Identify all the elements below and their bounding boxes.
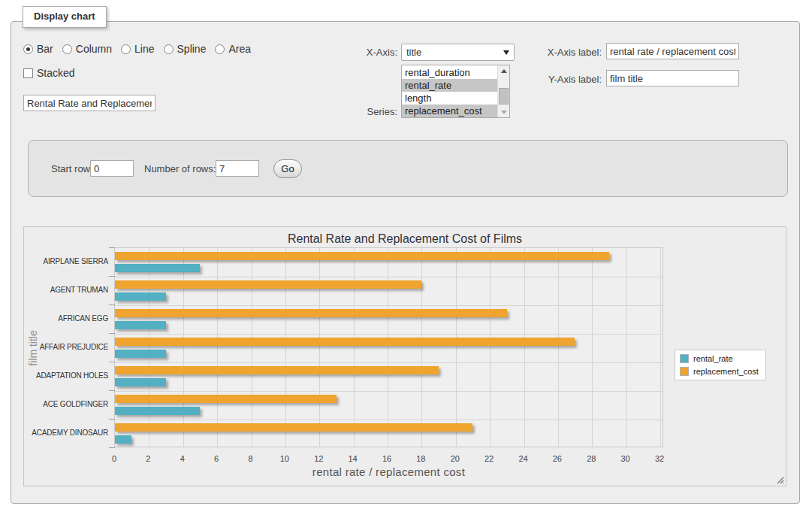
category-label-2: AFRICAN EGG bbox=[24, 314, 108, 323]
gridline-x-14 bbox=[354, 248, 355, 447]
x-tick-label-28: 28 bbox=[580, 454, 602, 463]
category-label-6: ACADEMY DINOSAUR bbox=[24, 429, 108, 437]
x-axis-label-input[interactable] bbox=[606, 43, 739, 59]
y-axis-tick-7 bbox=[109, 447, 115, 448]
number-of-rows-label: Number of rows: bbox=[144, 163, 216, 174]
chart-type-label: Column bbox=[76, 43, 112, 55]
radio-button-line[interactable] bbox=[121, 44, 131, 54]
radio-button-column[interactable] bbox=[62, 44, 72, 54]
y-axis-tick-6 bbox=[109, 419, 115, 420]
x-tick-label-22: 22 bbox=[478, 454, 500, 463]
scroll-down-button[interactable] bbox=[498, 107, 510, 117]
chart-type-option-area[interactable]: Area bbox=[215, 43, 251, 55]
x-tick-label-2: 2 bbox=[137, 454, 159, 463]
category-label-5: ACE GOLDFINGER bbox=[24, 400, 108, 408]
radio-button-area[interactable] bbox=[215, 44, 225, 54]
gridline-x-8 bbox=[252, 248, 252, 447]
go-button[interactable]: Go bbox=[273, 159, 302, 178]
series-listbox-label: Series: bbox=[327, 106, 397, 117]
x-tick-label-12: 12 bbox=[307, 454, 330, 463]
y-axis-label-field-label: Y-Axis label: bbox=[507, 74, 602, 85]
gridline-x-12 bbox=[319, 248, 320, 447]
chart-title-input[interactable] bbox=[23, 95, 155, 111]
series-option-length[interactable]: length bbox=[402, 92, 497, 105]
y-axis-tick-2 bbox=[109, 304, 115, 305]
radio-button-bar[interactable] bbox=[23, 44, 33, 54]
gridline-y-2 bbox=[115, 305, 663, 306]
stacked-checkbox[interactable] bbox=[23, 68, 33, 78]
category-label-0: AIRPLANE SIERRA bbox=[24, 257, 108, 265]
number-of-rows-input[interactable] bbox=[216, 160, 259, 177]
plot-area bbox=[114, 247, 663, 447]
bar-rental_rate-5 bbox=[115, 407, 200, 415]
gridline-y-3 bbox=[115, 334, 663, 335]
gridline-y-6 bbox=[115, 420, 663, 420]
scrollbar-thumb[interactable] bbox=[499, 88, 509, 105]
x-axis-select-label: X-Axis: bbox=[327, 47, 397, 58]
legend-label: rental_rate bbox=[693, 354, 733, 363]
gridline-x-22 bbox=[490, 248, 491, 447]
x-tick-label-20: 20 bbox=[444, 454, 466, 463]
series-option-replacement_cost[interactable]: replacement_cost bbox=[402, 105, 497, 117]
gridline-x-4 bbox=[183, 248, 184, 447]
stacked-label: Stacked bbox=[37, 67, 75, 79]
stacked-option[interactable]: Stacked bbox=[23, 67, 75, 79]
x-axis-select[interactable]: title bbox=[401, 44, 515, 61]
x-tick-label-18: 18 bbox=[409, 454, 432, 463]
gridline-x-18 bbox=[421, 248, 422, 447]
series-listbox[interactable]: rental_durationrental_ratelengthreplacem… bbox=[401, 65, 510, 118]
chart-type-option-bar[interactable]: Bar bbox=[23, 43, 53, 55]
chart: Rental Rate and Replacement Cost of Film… bbox=[23, 226, 786, 486]
legend-swatch-replacement_cost bbox=[680, 367, 689, 376]
series-option-rental_duration[interactable]: rental_duration bbox=[402, 66, 497, 79]
x-tick-label-6: 6 bbox=[205, 454, 228, 463]
legend-entry-replacement_cost: replacement_cost bbox=[680, 367, 759, 376]
bar-rental_rate-6 bbox=[115, 435, 131, 444]
gridline-x-24 bbox=[524, 248, 525, 447]
radio-button-spline[interactable] bbox=[164, 44, 174, 54]
chart-type-option-line[interactable]: Line bbox=[121, 43, 154, 55]
legend: rental_ratereplacement_cost bbox=[675, 350, 766, 380]
chart-title: Rental Rate and Replacement Cost of Film… bbox=[24, 232, 786, 246]
y-axis-label-input[interactable] bbox=[606, 70, 739, 86]
start-row-label: Start row: bbox=[51, 163, 93, 174]
chart-type-option-spline[interactable]: Spline bbox=[164, 43, 207, 55]
y-axis-tick-0 bbox=[109, 247, 115, 248]
bar-replacement_cost-0 bbox=[115, 252, 609, 260]
bar-rental_rate-3 bbox=[115, 350, 166, 358]
gridline-x-20 bbox=[456, 248, 457, 447]
resize-handle-icon[interactable] bbox=[775, 475, 784, 484]
gridline-y-4 bbox=[115, 362, 663, 363]
gridline-x-32 bbox=[660, 248, 661, 447]
gridline-x-10 bbox=[285, 248, 286, 447]
x-tick-label-16: 16 bbox=[376, 454, 398, 463]
chart-type-label: Line bbox=[134, 43, 154, 55]
bar-rental_rate-4 bbox=[115, 378, 166, 386]
category-label-4: ADAPTATION HOLES bbox=[24, 371, 108, 380]
gridline-x-2 bbox=[149, 248, 149, 447]
x-tick-label-4: 4 bbox=[171, 454, 194, 463]
chart-type-option-column[interactable]: Column bbox=[62, 43, 112, 55]
category-label-1: AGENT TRUMAN bbox=[24, 286, 108, 294]
bar-replacement_cost-3 bbox=[115, 338, 575, 346]
y-axis-tick-5 bbox=[109, 390, 115, 391]
bar-replacement_cost-4 bbox=[115, 366, 439, 374]
x-tick-label-24: 24 bbox=[512, 454, 535, 463]
chart-type-label: Spline bbox=[177, 43, 207, 55]
y-axis-tick-1 bbox=[109, 276, 115, 277]
x-axis-label-field-label: X-Axis label: bbox=[507, 47, 602, 58]
gridline-y-5 bbox=[115, 391, 663, 392]
bar-replacement_cost-6 bbox=[115, 423, 472, 432]
gridline-x-6 bbox=[217, 248, 218, 447]
x-tick-label-14: 14 bbox=[342, 454, 364, 463]
series-option-rental_rate[interactable]: rental_rate bbox=[402, 79, 497, 92]
scroll-up-icon bbox=[501, 69, 507, 73]
x-tick-label-26: 26 bbox=[546, 454, 569, 463]
gridline-x-30 bbox=[626, 248, 627, 447]
gridline-x-28 bbox=[592, 248, 593, 447]
bar-rental_rate-1 bbox=[115, 292, 166, 301]
y-axis-tick-3 bbox=[109, 333, 115, 334]
start-row-input[interactable] bbox=[90, 160, 134, 177]
bar-replacement_cost-1 bbox=[115, 280, 421, 289]
row-range-panel: Start row: Number of rows: Go bbox=[28, 140, 788, 197]
